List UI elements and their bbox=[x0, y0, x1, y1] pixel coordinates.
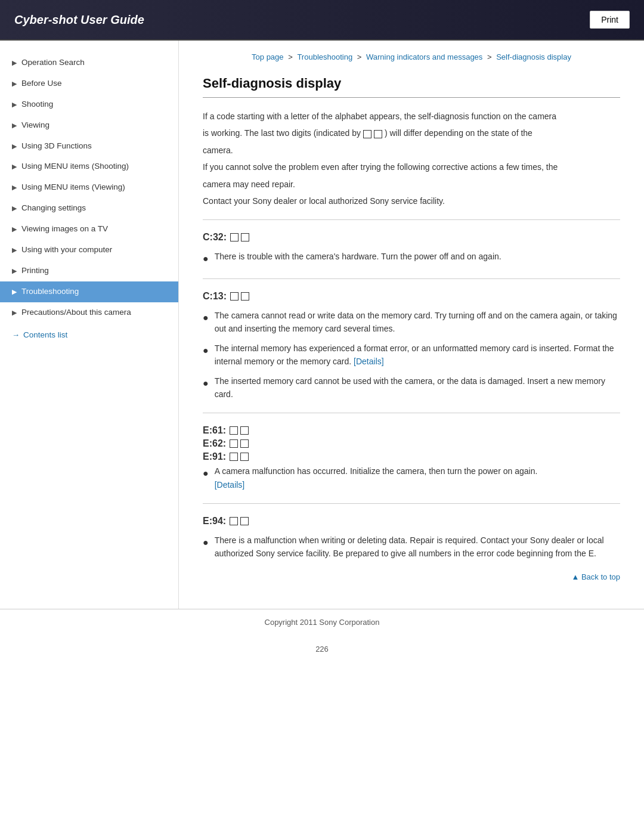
e61-bullet-list: ● A camera malfunction has occurred. Ini… bbox=[203, 465, 620, 491]
error-code-c32: C:32: bbox=[203, 232, 620, 243]
sidebar-arrow-icon: ▶ bbox=[12, 287, 17, 296]
c13-details-link[interactable]: [Details] bbox=[354, 357, 384, 366]
sidebar-item-label: Viewing bbox=[21, 120, 49, 131]
sidebar-item-viewing-images-on-a-tv[interactable]: ▶Viewing images on a TV bbox=[0, 219, 178, 240]
bullet-dot-icon: ● bbox=[203, 251, 209, 267]
intro-line5: camera may need repair. bbox=[203, 178, 620, 191]
c32-box2 bbox=[241, 233, 249, 241]
page-header: Cyber-shot User Guide Print bbox=[0, 0, 644, 41]
breadcrumb-sep3: > bbox=[487, 52, 494, 61]
sidebar-arrow-icon: ▶ bbox=[12, 79, 17, 88]
page-title: Self-diagnosis display bbox=[203, 76, 620, 98]
c13-bullet1: The camera cannot read or write data on … bbox=[215, 309, 620, 336]
divider-e61 bbox=[203, 413, 620, 413]
breadcrumb-top[interactable]: Top page bbox=[252, 52, 284, 61]
sidebar-item-label: Shooting bbox=[21, 99, 53, 110]
e62-box2 bbox=[240, 439, 249, 448]
list-item: ● A camera malfunction has occurred. Ini… bbox=[203, 465, 620, 491]
contents-list-label: Contents list bbox=[23, 330, 67, 339]
e61-box-pair bbox=[230, 426, 249, 435]
sidebar-item-precautions/about-this-camera[interactable]: ▶Precautions/About this camera bbox=[0, 302, 178, 323]
c32-box-pair bbox=[230, 233, 249, 241]
c32-box1 bbox=[230, 233, 239, 241]
error-code-e94-text: E:94: bbox=[203, 516, 226, 527]
list-item: ● The inserted memory card cannot be use… bbox=[203, 374, 620, 401]
bullet-dot-icon: ● bbox=[203, 535, 209, 550]
error-code-e61: E:61: bbox=[203, 425, 620, 436]
sidebar-item-label: Using with your computer bbox=[21, 244, 112, 256]
breadcrumb-warning[interactable]: Warning indicators and messages bbox=[366, 52, 482, 61]
sidebar-item-shooting[interactable]: ▶Shooting bbox=[0, 94, 178, 115]
sidebar-item-label: Using 3D Functions bbox=[21, 141, 92, 152]
section-c13: C:13: ● The camera cannot read or write … bbox=[203, 291, 620, 401]
error-code-e91: E:91: bbox=[203, 451, 620, 462]
e61-box2 bbox=[240, 426, 249, 435]
e62-box-pair bbox=[230, 439, 249, 448]
sidebar-arrow-icon: ▶ bbox=[12, 142, 17, 151]
error-code-c13-text: C:13: bbox=[203, 291, 227, 302]
list-item: ● There is trouble with the camera's har… bbox=[203, 250, 620, 267]
e94-bullet-list: ● There is a malfunction when writing or… bbox=[203, 534, 620, 561]
breadcrumb-sep2: > bbox=[357, 52, 364, 61]
c13-bullet3: The inserted memory card cannot be used … bbox=[215, 374, 620, 401]
sidebar-arrow-icon: ▶ bbox=[12, 100, 17, 109]
divider-e94 bbox=[203, 503, 620, 504]
sidebar-item-using-3d-functions[interactable]: ▶Using 3D Functions bbox=[0, 136, 178, 157]
e91-box1 bbox=[230, 453, 238, 461]
e94-box1 bbox=[230, 517, 238, 525]
sidebar-item-label: Precautions/About this camera bbox=[21, 307, 131, 318]
sidebar-item-troubleshooting[interactable]: ▶Troubleshooting bbox=[0, 281, 178, 302]
e61-box1 bbox=[230, 426, 238, 435]
e94-box2 bbox=[240, 517, 249, 525]
sidebar-item-label: Operation Search bbox=[21, 57, 85, 69]
c13-bullet2: The internal memory has experienced a fo… bbox=[215, 342, 620, 368]
list-item: ● There is a malfunction when writing or… bbox=[203, 534, 620, 561]
sidebar-item-printing[interactable]: ▶Printing bbox=[0, 261, 178, 281]
c32-bullet-text: There is trouble with the camera's hardw… bbox=[215, 250, 501, 263]
sidebar-item-before-use[interactable]: ▶Before Use bbox=[0, 73, 178, 94]
sidebar-item-using-menu-items-viewing[interactable]: ▶Using MENU items (Viewing) bbox=[0, 177, 178, 198]
sidebar-item-label: Using MENU items (Shooting) bbox=[21, 161, 129, 172]
e61-details-link[interactable]: [Details] bbox=[215, 480, 245, 490]
sidebar-item-viewing[interactable]: ▶Viewing bbox=[0, 115, 178, 136]
main-content: Top page > Troubleshooting > Warning ind… bbox=[179, 41, 644, 609]
e91-box2 bbox=[240, 453, 249, 461]
error-code-e62-text: E:62: bbox=[203, 438, 226, 449]
section-e61-group: E:61: E:62: E:91: bbox=[203, 425, 620, 491]
error-code-c13: C:13: bbox=[203, 291, 620, 302]
sidebar-arrow-icon: ▶ bbox=[12, 246, 17, 255]
bullet-dot-icon: ● bbox=[203, 466, 209, 481]
bullet-dot-icon: ● bbox=[203, 343, 209, 358]
small-boxes-inline bbox=[363, 130, 382, 138]
sidebar-item-changing-settings[interactable]: ▶Changing settings bbox=[0, 198, 178, 219]
bullet-dot-icon: ● bbox=[203, 310, 209, 326]
e94-box-pair bbox=[230, 517, 249, 525]
sidebar-item-label: Before Use bbox=[21, 78, 62, 89]
bullet-dot-icon: ● bbox=[203, 376, 209, 391]
intro-line2: is working. The last two digits (indicat… bbox=[203, 126, 620, 140]
sidebar-item-label: Changing settings bbox=[21, 203, 86, 214]
sidebar-arrow-icon: ▶ bbox=[12, 121, 17, 130]
sidebar-item-label: Troubleshooting bbox=[21, 286, 79, 298]
sidebar-arrow-icon: ▶ bbox=[12, 183, 17, 192]
back-to-top-link[interactable]: Back to top bbox=[571, 572, 620, 581]
e91-box-pair bbox=[230, 453, 249, 461]
error-code-e61-text: E:61: bbox=[203, 425, 226, 436]
contents-list-link[interactable]: → Contents list bbox=[0, 323, 178, 344]
breadcrumb-sep1: > bbox=[288, 52, 295, 61]
list-item: ● The camera cannot read or write data o… bbox=[203, 309, 620, 336]
sidebar-item-using-with-your-computer[interactable]: ▶Using with your computer bbox=[0, 240, 178, 261]
error-code-c32-text: C:32: bbox=[203, 232, 227, 243]
sidebar-item-operation-search[interactable]: ▶Operation Search bbox=[0, 52, 178, 73]
breadcrumb-troubleshooting[interactable]: Troubleshooting bbox=[297, 52, 352, 61]
c13-box-pair bbox=[230, 292, 249, 301]
print-button[interactable]: Print bbox=[590, 11, 630, 29]
divider-c32 bbox=[203, 219, 620, 220]
c32-bullet-list: ● There is trouble with the camera's har… bbox=[203, 250, 620, 267]
intro-line6: Contact your Sony dealer or local author… bbox=[203, 194, 620, 208]
e61-bullet1: A camera malfunction has occurred. Initi… bbox=[215, 465, 538, 491]
sidebar-item-label: Viewing images on a TV bbox=[21, 224, 108, 235]
sidebar-arrow-icon: ▶ bbox=[12, 204, 17, 213]
sidebar-item-using-menu-items-shooting[interactable]: ▶Using MENU items (Shooting) bbox=[0, 156, 178, 177]
list-item: ● The internal memory has experienced a … bbox=[203, 342, 620, 368]
